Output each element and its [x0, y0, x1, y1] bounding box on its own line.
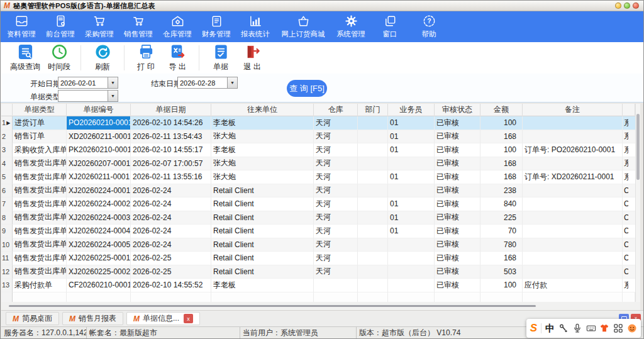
table-cell[interactable]: XJ20260224-0002 — [67, 197, 131, 211]
table-cell[interactable]: 天河 — [314, 211, 358, 225]
table-row[interactable]: 11销售发货出库单XJ20260225-00012026-02-25Retail… — [1, 252, 635, 265]
main-toolbar-item[interactable]: 仓库管理 — [158, 14, 197, 40]
apps-grid-icon[interactable] — [613, 323, 623, 333]
skin-icon[interactable] — [599, 323, 609, 333]
table-cell[interactable]: 2026-02-11 13:54:43 — [131, 130, 211, 144]
horizontal-scrollbar[interactable] — [1, 302, 640, 310]
table-cell[interactable] — [388, 184, 435, 198]
table-cell[interactable]: 168 — [480, 170, 523, 184]
table-cell[interactable]: 张大炮 — [211, 130, 314, 144]
keyboard-icon[interactable] — [586, 323, 596, 333]
bottom-tab[interactable]: M销售月报表 — [62, 312, 123, 325]
column-header[interactable]: 金额 — [480, 104, 523, 116]
chevron-down-icon[interactable]: ▼ — [108, 91, 118, 101]
table-cell[interactable]: 已审核 — [435, 184, 480, 198]
table-cell[interactable]: 销售发货出库单 — [13, 211, 67, 225]
main-toolbar-item[interactable]: 网上订货商城 — [275, 14, 331, 40]
table-cell[interactable]: 天河 — [314, 225, 358, 238]
table-row[interactable]: 12销售发货出库单XJ20260225-00022026-02-25Retail… — [1, 265, 635, 279]
table-cell[interactable]: 销售订单 — [13, 130, 67, 144]
table-cell[interactable]: 100 — [480, 279, 523, 292]
main-toolbar-item[interactable]: 系统管理 — [331, 14, 370, 40]
chevron-down-icon[interactable]: ▼ — [227, 77, 237, 88]
horizontal-scrollbar-thumb[interactable] — [9, 305, 536, 307]
table-cell[interactable]: 张大炮 — [211, 170, 314, 184]
table-cell[interactable]: 已审核 — [435, 170, 480, 184]
maximize-button[interactable] — [624, 3, 630, 9]
column-header[interactable]: 备注 — [523, 104, 623, 116]
table-cell[interactable] — [358, 252, 388, 265]
table-cell[interactable]: 天河 — [314, 238, 358, 252]
table-cell[interactable]: 01 — [388, 170, 435, 184]
column-header[interactable]: 部门 — [358, 104, 388, 116]
table-cell[interactable] — [388, 157, 435, 171]
table-cell[interactable]: 2026-02-10 14:55:52 — [131, 279, 211, 292]
table-cell[interactable] — [314, 279, 358, 292]
table-row[interactable]: 5销售发货出库单XJ20260211-00012026-02-11 13:55:… — [1, 170, 635, 184]
table-cell[interactable]: 100 — [480, 116, 523, 130]
table-cell[interactable]: 840 — [480, 197, 523, 211]
table-row[interactable]: 8销售发货出库单XJ20260224-00032026-02-24Retail … — [1, 211, 635, 225]
table-cell[interactable]: XJ20260224-0004 — [67, 225, 131, 238]
table-cell[interactable]: 01 — [388, 116, 435, 130]
table-cell[interactable]: 采购付款单 — [13, 279, 67, 292]
column-header[interactable]: 单据日期 — [131, 104, 211, 116]
table-row[interactable]: 9销售发货出库单XJ20260224-00042026-02-24Retail … — [1, 225, 635, 238]
table-cell[interactable]: 应付款 — [523, 279, 623, 292]
main-toolbar-item[interactable]: 资料管理 — [2, 14, 41, 40]
table-row[interactable]: 1▶进货订单PO20260210-00012026-02-10 14:54:26… — [1, 116, 635, 130]
table-cell[interactable]: Retail Client — [211, 211, 314, 225]
table-cell[interactable]: 李老板 — [211, 279, 314, 292]
close-button[interactable] — [633, 3, 639, 9]
table-cell[interactable]: 进货订单 — [13, 116, 67, 130]
table-cell[interactable] — [358, 170, 388, 184]
table-cell[interactable] — [358, 130, 388, 144]
start-date-combobox[interactable]: 2026-02-01 ▼ — [58, 77, 118, 89]
table-cell[interactable]: 销售发货出库单 — [13, 265, 67, 279]
table-cell[interactable]: Retail Client — [211, 225, 314, 238]
table-cell[interactable]: 2026-02-24 — [131, 238, 211, 252]
table-row[interactable]: 2销售订单XD20260211-00012026-02-11 13:54:43张… — [1, 130, 635, 144]
table-cell[interactable]: CF20260210-0001 — [67, 279, 131, 292]
main-toolbar-item[interactable]: 报表统计 — [236, 14, 275, 40]
table-cell[interactable]: 销售发货出库单 — [13, 157, 67, 171]
table-cell[interactable] — [523, 157, 623, 171]
table-cell[interactable]: 01 — [388, 211, 435, 225]
table-cell[interactable]: 已审核 — [435, 225, 480, 238]
table-cell[interactable]: 天河 — [314, 252, 358, 265]
main-toolbar-item[interactable]: 前台管理 — [41, 14, 80, 40]
table-cell[interactable]: Retail Client — [211, 197, 314, 211]
bottom-tab[interactable]: M单据信息...x — [126, 312, 200, 325]
table-row[interactable]: 6销售发货出库单XJ20260224-00012026-02-24Retail … — [1, 184, 635, 198]
table-cell[interactable] — [358, 157, 388, 171]
sub-toolbar-item[interactable]: 时间段 — [43, 43, 75, 72]
chinese-mode[interactable]: 中 — [545, 323, 555, 335]
table-cell[interactable]: 2026-02-25 — [131, 265, 211, 279]
table-cell[interactable] — [358, 211, 388, 225]
table-cell[interactable]: 天河 — [314, 265, 358, 279]
table-cell[interactable] — [523, 184, 623, 198]
tab-close-icon[interactable]: x — [184, 314, 193, 323]
table-cell[interactable]: 销售发货出库单 — [13, 184, 67, 198]
table-cell[interactable] — [523, 197, 623, 211]
table-cell[interactable]: Retail Client — [211, 238, 314, 252]
table-row[interactable]: 3采购收货入库单PK20260210-00012026-02-10 14:55:… — [1, 143, 635, 157]
column-header[interactable]: 仓库 — [314, 104, 358, 116]
table-cell[interactable]: 销售发货出库单 — [13, 170, 67, 184]
query-button[interactable]: 查 询 [F5] — [287, 80, 327, 97]
table-cell[interactable]: 168 — [480, 130, 523, 144]
table-cell[interactable]: 天河 — [314, 197, 358, 211]
table-row[interactable]: 4销售发货出库单XJ20260207-00012026-02-07 17:00:… — [1, 157, 635, 171]
table-cell[interactable]: 已审核 — [435, 279, 480, 292]
table-cell[interactable]: 70 — [480, 225, 523, 238]
table-cell[interactable]: 销售发货出库单 — [13, 252, 67, 265]
main-toolbar-item[interactable]: ?帮助 — [409, 14, 448, 40]
table-cell[interactable]: 已审核 — [435, 252, 480, 265]
sub-toolbar-item[interactable]: 高级查询 — [7, 43, 43, 72]
table-cell[interactable]: 已审核 — [435, 130, 480, 144]
table-cell[interactable]: 李老板 — [211, 143, 314, 157]
main-toolbar-item[interactable]: 窗口 — [370, 14, 409, 40]
table-cell[interactable]: 销售发货出库单 — [13, 225, 67, 238]
table-cell[interactable] — [523, 211, 623, 225]
table-cell[interactable]: 销售发货出库单 — [13, 197, 67, 211]
